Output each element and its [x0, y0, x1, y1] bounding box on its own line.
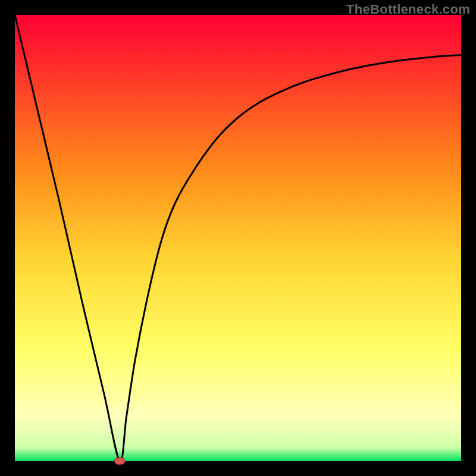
plot-area — [15, 15, 461, 461]
optimal-point-marker — [114, 458, 125, 465]
bottleneck-chart — [0, 0, 476, 476]
chart-container: TheBottleneck.com — [0, 0, 476, 476]
attribution-watermark: TheBottleneck.com — [346, 2, 470, 17]
